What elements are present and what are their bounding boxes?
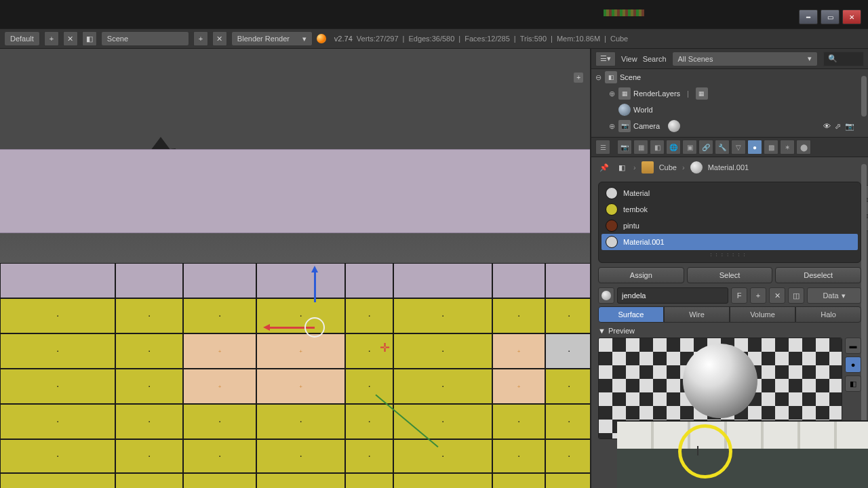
highlight-ring-icon [678,424,732,479]
add-scene-button[interactable]: + [193,31,208,46]
layout-selector[interactable]: Default [4,31,40,46]
preview-panel-header[interactable]: ▼ Preview [598,327,861,335]
outliner-filter[interactable]: All Scenes ▾ [672,52,818,66]
context-icon: ◧ [616,161,628,174]
editor-type-button[interactable]: ☰▾ [595,52,616,66]
link-mode-label: Data [823,291,838,300]
preview-sphere-button[interactable]: ● [845,357,861,373]
stats-mem: Mem:10.86M [557,35,600,43]
list-grip[interactable]: ::::::: [601,251,858,258]
stats-verts: Verts:27/297 [357,35,399,43]
tab-constraints[interactable]: 🔗 [698,140,713,155]
tab-modifiers[interactable]: 🔧 [715,140,730,155]
stats-object: Cube [610,35,628,43]
material-browse-button[interactable] [598,287,614,304]
bc-material[interactable]: Material.001 [708,163,749,171]
audio-meter [604,9,644,16]
material-name: Material.001 [623,238,665,246]
material-icon [690,161,703,174]
preview-cube-button[interactable]: ◧ [845,375,861,392]
expand-panel-icon[interactable]: + [574,73,583,83]
tab-material[interactable]: ● [747,140,762,155]
mesh-wall[interactable] [0,263,590,488]
window-titlebar: ━ ▭ ✕ [0,0,868,28]
properties-scrollbar[interactable] [861,164,867,449]
search-menu[interactable]: Search [643,55,667,63]
outliner-tree[interactable]: ⊖◧Scene ⊕▦RenderLayers|▦ World ⊕📷Camera … [591,69,868,137]
outliner-search-input[interactable]: 🔍 [823,52,864,66]
scene-selector[interactable]: Scene [101,31,189,46]
assign-button[interactable]: Assign [598,267,684,283]
tab-world[interactable]: 🌐 [666,140,681,155]
fake-user-button[interactable]: F [731,287,747,304]
nodes-button[interactable]: ◫ [788,287,804,304]
render-icon[interactable]: 📷 [845,122,854,131]
bc-object[interactable]: Cube [659,163,677,171]
material-slot[interactable]: Material.001 [601,234,858,250]
floor-plane [0,149,590,233]
link-mode-selector[interactable]: Data ▾ [807,287,861,304]
wire-button[interactable]: Wire [664,306,730,323]
volume-button[interactable]: Volume [730,306,795,323]
tab-object[interactable]: ▣ [682,140,697,155]
engine-label: Blender Render [237,35,290,43]
outliner-item[interactable]: RenderLayers [633,89,680,98]
tab-scene[interactable]: ◧ [650,140,665,155]
preview-sphere-icon [683,344,757,418]
select-button[interactable]: Select [687,267,773,283]
outliner-header: ☰▾ View Search All Scenes ▾ 🔍 [591,49,868,69]
breadcrumb: 📌 ◧ › Cube › Material.001 [591,157,868,178]
material-name: Material [623,189,650,197]
add-layout-button[interactable]: + [44,31,59,46]
material-slot-list[interactable]: Material tembok pintu Material.001 :::::… [598,182,861,263]
3d-cursor-icon [380,340,400,361]
material-name-input[interactable] [617,287,728,304]
stats-edges: Edges:36/580 [408,35,454,43]
close-button[interactable]: ✕ [842,9,861,24]
cube-icon [642,161,654,174]
tab-render[interactable]: 📷 [617,140,632,155]
tab-physics[interactable]: ⬤ [796,140,811,155]
scene-icon-button[interactable]: ◧ [82,31,97,46]
minimize-button[interactable]: ━ [799,9,818,24]
tab-texture[interactable]: ▩ [764,140,778,155]
material-slot[interactable]: Material [601,185,858,201]
visibility-icon[interactable]: 👁 [823,122,831,131]
webcam-overlay [617,420,868,488]
text-cursor-icon [697,446,698,455]
tab-particles[interactable]: ✶ [780,140,795,155]
render-engine-selector[interactable]: Blender Render ▾ [231,31,313,46]
maximize-button[interactable]: ▭ [821,9,840,24]
deselect-button[interactable]: Deselect [775,267,861,283]
material-name: pintu [623,222,639,230]
blender-logo-icon [317,34,326,43]
stats-tris: Tris:590 [520,35,547,43]
view-menu[interactable]: View [621,55,637,63]
stats-faces: Faces:12/285 [465,35,510,43]
version-text: v2.74 [334,35,353,43]
halo-button[interactable]: Halo [795,306,861,323]
unlink-material-button[interactable]: ✕ [769,287,785,304]
preview-flat-button[interactable]: ▬ [845,338,861,354]
pin-icon[interactable]: 📌 [598,161,610,174]
properties-tabs: ☰ 📷 ▦ ◧ 🌐 ▣ 🔗 🔧 ▽ ● ▩ ✶ ⬤ [591,137,868,157]
scene-label: Scene [107,35,128,43]
3d-viewport[interactable]: + [0,49,590,488]
surface-button[interactable]: Surface [598,306,664,323]
remove-layout-button[interactable]: ✕ [63,31,78,46]
material-slot[interactable]: pintu [601,218,858,234]
tab-data[interactable]: ▽ [731,140,746,155]
preview-label: Preview [608,327,635,335]
editor-type-button[interactable]: ☰ [595,140,610,155]
info-header: Default + ✕ ◧ Scene + ✕ Blender Render ▾… [0,28,868,49]
outliner-item[interactable]: World [633,106,653,114]
material-slot[interactable]: tembok [601,201,858,218]
selectable-icon[interactable]: ⬀ [835,122,841,131]
new-material-button[interactable]: + [750,287,766,304]
outliner-item[interactable]: Scene [620,73,641,81]
tab-render-layers[interactable]: ▦ [633,140,648,155]
remove-scene-button[interactable]: ✕ [212,31,227,46]
outliner-scrollbar[interactable] [861,76,867,117]
layout-label: Default [10,35,34,43]
outliner-item[interactable]: Camera [633,122,660,130]
